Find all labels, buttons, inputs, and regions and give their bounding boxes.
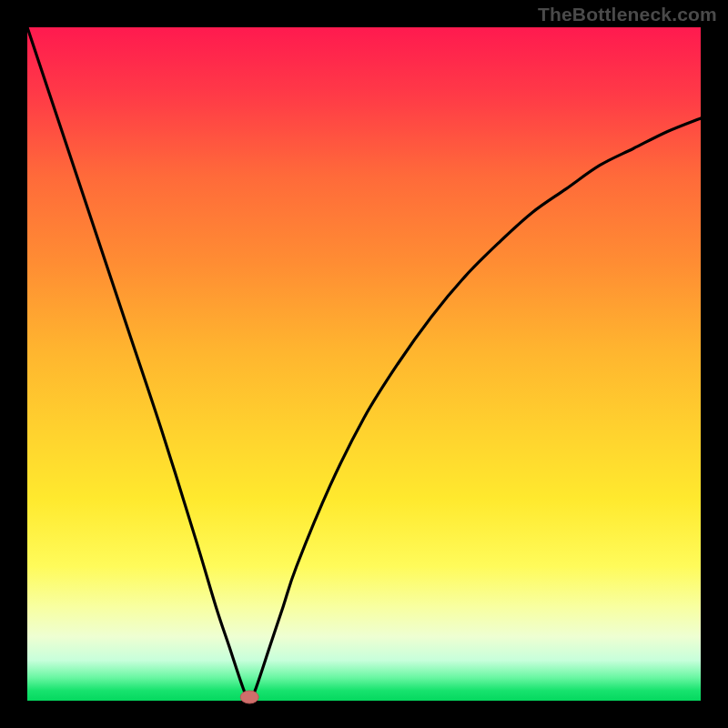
bottleneck-chart (0, 0, 728, 728)
watermark-text: TheBottleneck.com (538, 4, 717, 25)
optimal-point-marker (240, 691, 258, 703)
gradient-background (27, 27, 701, 701)
chart-container: { "watermark": "TheBottleneck.com", "col… (0, 0, 728, 728)
